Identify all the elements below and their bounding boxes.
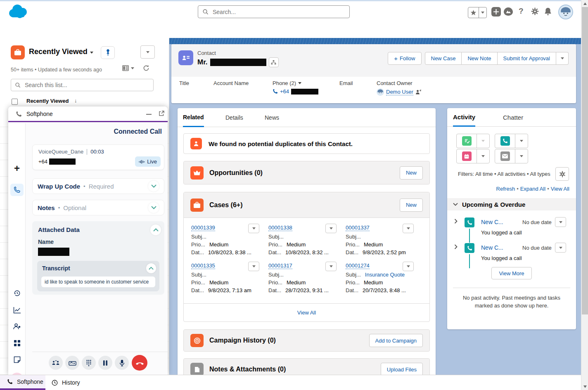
submit-for-approval-button[interactable]: Submit for Approval [498,52,556,65]
notes-section[interactable]: Notes • Optional [32,200,164,215]
task-caret[interactable] [477,134,489,148]
case-number-link[interactable]: 00001335 [191,262,215,269]
cases-view-all-link[interactable]: View All [297,310,316,316]
activity-item-link[interactable]: New C... [481,244,503,251]
case-number-link[interactable]: 00001337 [346,225,370,231]
setup-gear-icon[interactable] [531,7,539,15]
list-view-caret[interactable] [90,52,93,54]
cases-header[interactable]: Cases (6+) New [184,192,429,218]
refresh-link[interactable]: Refresh [496,186,515,192]
case-actions-caret[interactable] [403,262,414,271]
add-call-icon[interactable]: + [8,164,26,173]
case-actions-caret[interactable] [325,224,337,233]
column-header-label[interactable]: Recently Viewed [26,98,69,104]
case-actions-caret[interactable] [403,224,414,233]
chevron-down-icon[interactable] [148,181,159,191]
select-all-checkbox[interactable] [12,99,18,105]
activity-item-link[interactable]: New C... [481,219,503,225]
owner-link[interactable]: Demo User [386,89,413,95]
cases-new-button[interactable]: New [400,199,423,212]
dialpad-button[interactable] [82,356,96,370]
agents-icon[interactable] [8,323,26,330]
activity-item-caret[interactable] [555,243,566,253]
user-avatar[interactable] [558,5,573,19]
add-to-campaign-button[interactable]: Add to Campaign [369,334,423,347]
tab-chatter[interactable]: Chatter [503,108,523,127]
field-phone-label[interactable]: Phone (2) [273,80,301,86]
global-search-input[interactable] [212,8,345,16]
global-search[interactable] [198,5,350,18]
sort-descending-icon[interactable]: ↓ [74,97,77,104]
call-history-icon[interactable] [8,289,26,297]
case-actions-caret[interactable] [325,262,337,271]
hold-button[interactable] [98,356,112,370]
view-all-link[interactable]: View All [551,186,569,192]
tab-details[interactable]: Details [225,108,243,127]
scrollbar-thumb[interactable] [582,7,588,314]
notes-pad-icon[interactable] [8,356,26,363]
new-case-button[interactable]: New Case [425,52,462,65]
case-number-link[interactable]: 00001274 [346,262,370,269]
case-actions-caret[interactable] [248,224,259,233]
voicemail-drop-button[interactable] [65,356,79,370]
tab-related[interactable]: Related [183,108,204,127]
display-toggle-button[interactable] [122,65,134,71]
follow-button[interactable]: + Follow [388,52,421,65]
list-search-input[interactable] [24,81,149,89]
upload-files-button[interactable]: Upload Files [381,363,423,376]
minimize-icon[interactable] [146,114,152,115]
list-search[interactable] [11,79,154,91]
expand-all-link[interactable]: Expand All [520,186,545,192]
star-icon[interactable] [468,10,479,16]
case-number-link[interactable]: 00001317 [268,262,292,269]
page-scrollbar[interactable] [581,0,588,390]
chevron-up-icon[interactable] [146,263,156,273]
help-icon[interactable]: ? [519,7,524,16]
mute-button[interactable] [115,356,129,370]
activity-filter-gear-icon[interactable] [555,167,569,181]
merge-calls-button[interactable] [49,356,63,370]
case-number-link[interactable]: 00001338 [268,225,292,231]
wrap-up-code-section[interactable]: Wrap Up Code • Required [32,178,164,194]
softphone-header[interactable]: Softphone [8,106,168,122]
refresh-icon[interactable] [143,65,149,71]
contact-hierarchy-button[interactable] [269,57,279,67]
email-caret[interactable] [515,149,528,163]
campaign-header[interactable]: Campaign History (0) Add to Campaign [184,330,429,351]
popout-icon[interactable] [159,111,164,116]
quick-create-button[interactable] [491,7,501,17]
notifications-bell-icon[interactable] [544,7,552,16]
opportunities-new-button[interactable]: New [400,166,423,180]
expand-chevron-icon[interactable] [454,244,458,249]
activity-item-caret[interactable] [555,217,566,227]
new-task-button[interactable] [456,134,490,148]
log-call-button[interactable] [495,134,528,148]
phone-value[interactable]: +64 [273,88,318,95]
opportunities-header[interactable]: Opportunities (0) New [184,161,429,184]
utility-softphone-tab[interactable]: Softphone [0,375,45,390]
expand-chevron-icon[interactable] [454,219,458,224]
apps-grid-icon[interactable] [8,340,26,347]
upcoming-overdue-header[interactable]: Upcoming & Overdue [447,198,576,210]
email-button[interactable] [495,149,528,163]
scroll-down-arrow[interactable] [581,383,588,390]
active-call-tab-icon[interactable] [10,184,24,196]
stats-chart-icon[interactable] [8,307,26,314]
end-call-button[interactable] [132,355,147,371]
guidance-center-icon[interactable] [503,7,513,16]
more-actions-caret[interactable] [556,52,569,65]
event-caret[interactable] [477,149,489,163]
favorites-caret[interactable] [479,7,486,18]
change-owner-icon[interactable] [415,90,421,95]
new-event-button[interactable] [456,149,490,163]
case-actions-caret[interactable] [248,262,259,271]
tab-news[interactable]: News [265,108,279,127]
pin-icon[interactable] [101,46,115,59]
tab-activity[interactable]: Activity [453,108,475,127]
chevron-up-icon[interactable] [150,225,161,235]
scroll-up-arrow[interactable] [581,0,588,7]
list-view-title[interactable]: Recently Viewed [29,47,88,56]
list-view-controls-button[interactable] [140,45,155,59]
new-note-button[interactable]: New Note [462,52,497,65]
utility-history-tab[interactable]: History [52,375,80,390]
